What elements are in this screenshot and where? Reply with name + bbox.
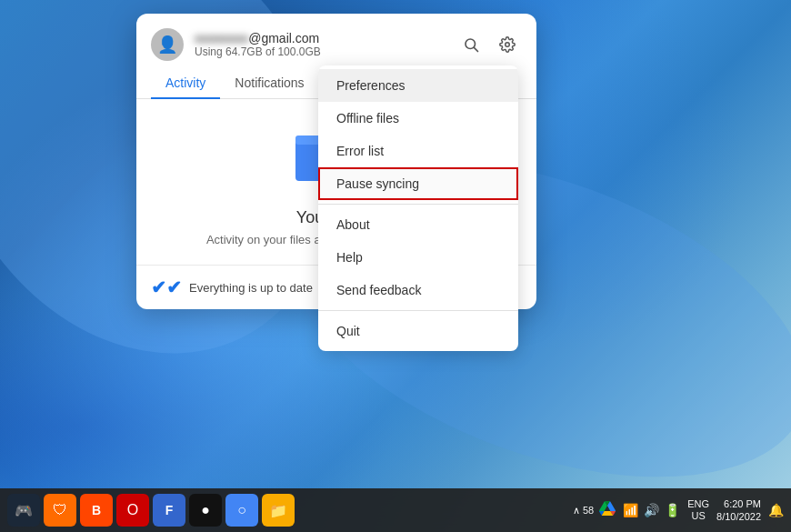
notification-bell-icon[interactable]: 🔔 (768, 503, 784, 517)
status-check-icon: ✔✔ (151, 276, 182, 298)
menu-item-offline-files[interactable]: Offline files (318, 102, 518, 135)
taskbar-time-value: 6:20 PM (724, 497, 761, 510)
menu-item-about[interactable]: About (318, 208, 518, 241)
status-text: Everything is up to date (189, 281, 313, 295)
quit-label: Quit (336, 324, 360, 338)
menu-item-preferences[interactable]: Preferences (318, 69, 518, 102)
dropdown-menu: Preferences Offline files Error list Pau… (318, 65, 518, 351)
tab-notifications[interactable]: Notifications (220, 68, 318, 99)
volume-icon: 🔊 (644, 503, 659, 517)
googledrive-tray-icon[interactable] (599, 500, 616, 520)
taskbar-right: ∧ 58 📶 🔊 🔋 ENG (573, 497, 784, 524)
folder-icon[interactable]: 📁 (262, 494, 295, 527)
taskbar-datetime[interactable]: 6:20 PM 8/10/2022 (716, 497, 761, 524)
send-feedback-label: Send feedback (336, 283, 421, 297)
panel-header: 👤 ●●●●●●●@gmail.com Using 64.7GB of 100.… (136, 14, 536, 68)
wifi-icon: 📶 (623, 503, 638, 517)
fontforge-icon[interactable]: F (153, 494, 185, 527)
brave-icon[interactable]: B (80, 494, 113, 527)
user-email-blurred: ●●●●●●● (195, 31, 248, 45)
header-icons (456, 30, 522, 59)
error-list-label: Error list (336, 144, 384, 158)
user-info: ●●●●●●●@gmail.com Using 64.7GB of 100.0G… (195, 31, 446, 58)
search-button[interactable] (456, 30, 486, 59)
system-icons: 📶 🔊 🔋 (623, 503, 680, 517)
locale-info: ENG US (687, 498, 709, 522)
tab-activity[interactable]: Activity (151, 68, 220, 99)
menu-item-pause-syncing[interactable]: Pause syncing (318, 167, 518, 200)
svg-line-1 (474, 47, 477, 51)
blue-app-icon[interactable]: ○ (225, 494, 258, 527)
locale-region: US (692, 510, 706, 522)
help-label: Help (336, 250, 363, 265)
pause-syncing-label: Pause syncing (336, 176, 419, 191)
battery-icon: 🔋 (665, 503, 680, 517)
menu-item-send-feedback[interactable]: Send feedback (318, 274, 518, 306)
menu-divider-1 (318, 204, 518, 205)
about-label: About (336, 217, 370, 232)
preferences-label: Preferences (336, 78, 405, 93)
menu-item-help[interactable]: Help (318, 241, 518, 274)
user-storage: Using 64.7GB of 100.0GB (195, 45, 446, 58)
menu-item-quit[interactable]: Quit (318, 315, 518, 347)
user-email-domain: @gmail.com (248, 31, 319, 45)
taskbar: 🎮 🛡 B O F ● ○ 📁 ∧ 58 (0, 488, 791, 532)
locale-lang: ENG (687, 498, 709, 510)
steam-icon[interactable]: 🎮 (7, 494, 40, 527)
svg-point-2 (506, 43, 510, 47)
settings-button[interactable] (493, 30, 522, 59)
taskbar-left: 🎮 🛡 B O F ● ○ 📁 (7, 494, 295, 527)
offline-files-label: Offline files (336, 111, 399, 125)
show-hidden-icons[interactable]: ∧ 58 (573, 505, 594, 517)
menu-item-error-list[interactable]: Error list (318, 135, 518, 167)
drive-tray-svg (599, 500, 616, 517)
taskbar-sys-tray: ∧ 58 (573, 500, 616, 520)
menu-divider-2 (318, 310, 518, 311)
avatar: 👤 (151, 28, 184, 61)
black-app-icon[interactable]: ● (189, 494, 222, 527)
vpn-icon[interactable]: 🛡 (44, 494, 76, 527)
opera-icon[interactable]: O (116, 494, 149, 527)
taskbar-date-value: 8/10/2022 (716, 510, 761, 523)
user-email: ●●●●●●●@gmail.com (195, 31, 446, 45)
